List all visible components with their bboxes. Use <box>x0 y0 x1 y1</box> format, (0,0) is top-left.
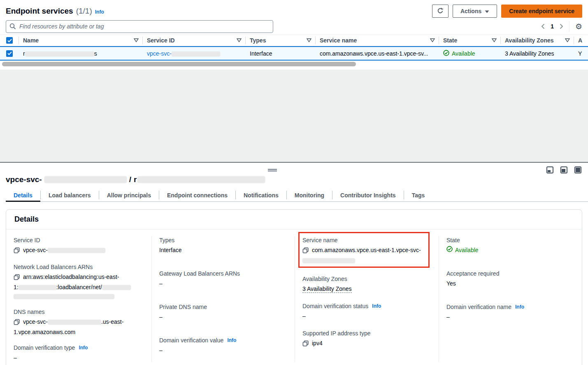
page: Endpoint services (1/1) Info Actions Cre… <box>0 0 588 365</box>
table-row[interactable]: rs vpce-svc- Interface com.amazonaws.vpc… <box>0 46 588 61</box>
tab-allow-principals[interactable]: Allow principals <box>99 188 159 202</box>
field-supported-ip-address-type: Supported IP address type ipv4 <box>302 329 432 349</box>
copy-icon[interactable] <box>14 318 20 328</box>
tab-notifications[interactable]: Notifications <box>236 188 286 202</box>
details-column-1: Service ID vpce-svc- Network Load Balanc… <box>6 236 151 362</box>
availability-zones-popover-link[interactable]: 3 Availability Zones <box>302 285 352 293</box>
refresh-icon <box>437 7 444 15</box>
pagination: 1 ⚙ <box>541 21 582 32</box>
panel-title: vpce-svc- / r <box>0 163 588 184</box>
horizontal-scrollbar-thumb[interactable] <box>2 62 356 66</box>
refresh-button[interactable] <box>432 5 449 18</box>
field-domain-verification-name: Domain verification name Info – <box>446 303 575 321</box>
column-header-types: Types <box>246 35 316 46</box>
cell-name: rs <box>19 50 143 57</box>
status-available-icon <box>446 246 453 255</box>
column-header-service-name: Service name <box>316 35 439 46</box>
details-card-heading: Details <box>6 210 582 229</box>
availability-zones-popover-link[interactable]: 3 Availability Zones <box>505 50 554 57</box>
toolbar-actions: Actions Create endpoint service <box>432 5 582 18</box>
redacted-text <box>19 285 56 290</box>
field-domain-verification-status: Domain verification status Info – <box>302 302 432 321</box>
redacted-text <box>25 51 94 56</box>
service-id-link[interactable]: vpce-svc- <box>147 50 220 57</box>
copy-icon[interactable] <box>14 247 20 256</box>
info-link[interactable]: Info <box>372 302 381 310</box>
details-column-3: Service name com.amazonaws.vpce.us-east-… <box>295 236 439 362</box>
redacted-text <box>44 176 127 183</box>
filter-icon[interactable] <box>492 38 497 42</box>
table-header-row: Name Service ID Types Service name <box>0 35 588 46</box>
split-panel: vpce-svc- / r Details Load balancers All… <box>0 162 588 364</box>
select-all-checkbox[interactable] <box>6 37 13 44</box>
table-empty-area <box>0 70 588 162</box>
tab-tags[interactable]: Tags <box>404 188 433 202</box>
cell-types: Interface <box>246 50 316 57</box>
status-available-icon <box>443 50 449 57</box>
filter-icon[interactable] <box>565 38 570 42</box>
cell-acceptance: Y <box>574 50 588 57</box>
search-icon <box>9 23 16 31</box>
info-link[interactable]: Info <box>515 303 524 311</box>
info-link[interactable]: Info <box>227 336 236 344</box>
redacted-text <box>48 248 105 253</box>
field-types: Types Interface <box>159 236 288 255</box>
tab-contributor-insights[interactable]: Contributor Insights <box>332 188 404 202</box>
row-select-cell <box>0 47 19 60</box>
panel-size-controls <box>546 166 581 173</box>
column-header-availability-zones: Availability Zones <box>501 35 574 46</box>
panel-tabs: Details Load balancers Allow principals … <box>0 188 588 202</box>
actions-label: Actions <box>460 8 481 14</box>
filter-icon[interactable] <box>430 38 435 42</box>
redacted-text <box>14 294 114 299</box>
redacted-text <box>102 285 131 290</box>
title-info-link[interactable]: Info <box>95 9 104 15</box>
field-state: State Available <box>446 236 575 255</box>
next-page-icon[interactable] <box>560 23 563 29</box>
panel-size-medium-icon[interactable] <box>560 166 567 173</box>
field-availability-zones: Availability Zones 3 Availability Zones <box>302 275 432 293</box>
tab-endpoint-connections[interactable]: Endpoint connections <box>159 188 235 202</box>
info-link[interactable]: Info <box>79 344 88 352</box>
page-title: Endpoint services <box>6 7 73 16</box>
column-header-state: State <box>439 35 501 46</box>
column-header-acceptance: A <box>574 35 588 46</box>
redacted-text <box>48 320 101 325</box>
panel-resize-handle[interactable] <box>268 169 277 171</box>
caret-down-icon <box>485 8 489 14</box>
cell-state: Available <box>439 50 501 57</box>
details-card: Details Service ID vpce-svc- Network Loa… <box>6 209 582 365</box>
filter-icon[interactable] <box>134 38 139 42</box>
select-all-cell <box>0 35 19 46</box>
tab-details[interactable]: Details <box>6 188 40 202</box>
table-settings-gear-icon[interactable]: ⚙ <box>575 23 582 30</box>
row-checkbox[interactable] <box>6 50 13 57</box>
field-service-id: Service ID vpce-svc- <box>14 236 145 256</box>
actions-dropdown-button[interactable]: Actions <box>453 5 497 18</box>
tab-monitoring[interactable]: Monitoring <box>287 188 332 202</box>
field-domain-verification-type: Domain verification type Info – <box>14 344 145 362</box>
tab-load-balancers[interactable]: Load balancers <box>41 188 99 202</box>
top-toolbar: Endpoint services (1/1) Info Actions Cre… <box>0 0 588 33</box>
cell-service-name: com.amazonaws.vpce.us-east-1.vpce-sv... <box>316 50 439 57</box>
current-page-number[interactable]: 1 <box>551 23 554 30</box>
copy-icon[interactable] <box>302 340 309 349</box>
panel-size-full-icon[interactable] <box>574 166 581 173</box>
horizontal-scrollbar <box>0 62 588 66</box>
search-input[interactable] <box>6 20 273 33</box>
resource-count: (1/1) <box>76 7 92 16</box>
title-group: Endpoint services (1/1) Info <box>6 7 104 16</box>
copy-icon[interactable] <box>14 274 20 283</box>
column-header-service-id: Service ID <box>143 35 246 46</box>
redacted-text <box>172 51 220 56</box>
cell-service-id: vpce-svc- <box>143 50 246 57</box>
details-column-2: Types Interface Gateway Load Balancers A… <box>151 236 295 362</box>
filter-icon[interactable] <box>307 38 311 42</box>
create-endpoint-service-button[interactable]: Create endpoint service <box>501 5 582 18</box>
filter-icon[interactable] <box>237 38 242 42</box>
copy-icon[interactable] <box>302 247 309 256</box>
search-box <box>6 20 273 33</box>
redacted-text <box>137 176 265 183</box>
panel-size-small-icon[interactable] <box>546 166 553 173</box>
previous-page-icon[interactable] <box>541 23 545 29</box>
